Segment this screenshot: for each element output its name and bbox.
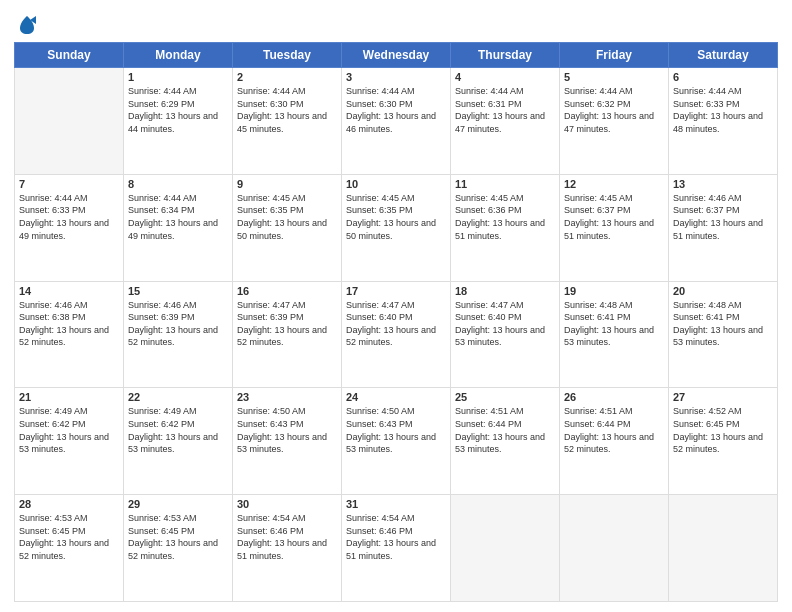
- header-sunday: Sunday: [15, 43, 124, 68]
- calendar-cell: 28Sunrise: 4:53 AM Sunset: 6:45 PM Dayli…: [15, 495, 124, 602]
- day-number: 7: [19, 178, 119, 190]
- day-info: Sunrise: 4:44 AM Sunset: 6:32 PM Dayligh…: [564, 85, 664, 135]
- calendar-cell: 22Sunrise: 4:49 AM Sunset: 6:42 PM Dayli…: [124, 388, 233, 495]
- day-number: 16: [237, 285, 337, 297]
- calendar-week-row: 28Sunrise: 4:53 AM Sunset: 6:45 PM Dayli…: [15, 495, 778, 602]
- day-number: 17: [346, 285, 446, 297]
- day-number: 28: [19, 498, 119, 510]
- header-saturday: Saturday: [669, 43, 778, 68]
- day-info: Sunrise: 4:50 AM Sunset: 6:43 PM Dayligh…: [346, 405, 446, 455]
- day-number: 13: [673, 178, 773, 190]
- day-info: Sunrise: 4:49 AM Sunset: 6:42 PM Dayligh…: [128, 405, 228, 455]
- calendar-cell: 4Sunrise: 4:44 AM Sunset: 6:31 PM Daylig…: [451, 68, 560, 175]
- calendar-cell: 16Sunrise: 4:47 AM Sunset: 6:39 PM Dayli…: [233, 281, 342, 388]
- day-info: Sunrise: 4:44 AM Sunset: 6:30 PM Dayligh…: [237, 85, 337, 135]
- calendar-cell: 9Sunrise: 4:45 AM Sunset: 6:35 PM Daylig…: [233, 174, 342, 281]
- calendar-cell: 21Sunrise: 4:49 AM Sunset: 6:42 PM Dayli…: [15, 388, 124, 495]
- calendar-week-row: 14Sunrise: 4:46 AM Sunset: 6:38 PM Dayli…: [15, 281, 778, 388]
- day-info: Sunrise: 4:44 AM Sunset: 6:29 PM Dayligh…: [128, 85, 228, 135]
- header-friday: Friday: [560, 43, 669, 68]
- calendar-cell: 23Sunrise: 4:50 AM Sunset: 6:43 PM Dayli…: [233, 388, 342, 495]
- header-wednesday: Wednesday: [342, 43, 451, 68]
- header-thursday: Thursday: [451, 43, 560, 68]
- day-info: Sunrise: 4:45 AM Sunset: 6:35 PM Dayligh…: [237, 192, 337, 242]
- day-info: Sunrise: 4:53 AM Sunset: 6:45 PM Dayligh…: [19, 512, 119, 562]
- calendar-cell: 7Sunrise: 4:44 AM Sunset: 6:33 PM Daylig…: [15, 174, 124, 281]
- day-info: Sunrise: 4:48 AM Sunset: 6:41 PM Dayligh…: [564, 299, 664, 349]
- calendar-cell: 30Sunrise: 4:54 AM Sunset: 6:46 PM Dayli…: [233, 495, 342, 602]
- calendar-cell: 14Sunrise: 4:46 AM Sunset: 6:38 PM Dayli…: [15, 281, 124, 388]
- calendar-cell: [451, 495, 560, 602]
- day-info: Sunrise: 4:52 AM Sunset: 6:45 PM Dayligh…: [673, 405, 773, 455]
- day-number: 18: [455, 285, 555, 297]
- calendar-cell: 17Sunrise: 4:47 AM Sunset: 6:40 PM Dayli…: [342, 281, 451, 388]
- day-info: Sunrise: 4:54 AM Sunset: 6:46 PM Dayligh…: [237, 512, 337, 562]
- calendar-cell: 11Sunrise: 4:45 AM Sunset: 6:36 PM Dayli…: [451, 174, 560, 281]
- day-info: Sunrise: 4:45 AM Sunset: 6:37 PM Dayligh…: [564, 192, 664, 242]
- day-info: Sunrise: 4:47 AM Sunset: 6:39 PM Dayligh…: [237, 299, 337, 349]
- day-info: Sunrise: 4:53 AM Sunset: 6:45 PM Dayligh…: [128, 512, 228, 562]
- day-number: 5: [564, 71, 664, 83]
- day-number: 6: [673, 71, 773, 83]
- calendar-cell: [560, 495, 669, 602]
- day-number: 1: [128, 71, 228, 83]
- day-number: 20: [673, 285, 773, 297]
- calendar-cell: 1Sunrise: 4:44 AM Sunset: 6:29 PM Daylig…: [124, 68, 233, 175]
- day-info: Sunrise: 4:45 AM Sunset: 6:35 PM Dayligh…: [346, 192, 446, 242]
- calendar-table: Sunday Monday Tuesday Wednesday Thursday…: [14, 42, 778, 602]
- day-info: Sunrise: 4:47 AM Sunset: 6:40 PM Dayligh…: [346, 299, 446, 349]
- calendar-cell: 2Sunrise: 4:44 AM Sunset: 6:30 PM Daylig…: [233, 68, 342, 175]
- calendar-cell: 6Sunrise: 4:44 AM Sunset: 6:33 PM Daylig…: [669, 68, 778, 175]
- day-info: Sunrise: 4:50 AM Sunset: 6:43 PM Dayligh…: [237, 405, 337, 455]
- calendar-cell: 12Sunrise: 4:45 AM Sunset: 6:37 PM Dayli…: [560, 174, 669, 281]
- day-number: 11: [455, 178, 555, 190]
- day-info: Sunrise: 4:49 AM Sunset: 6:42 PM Dayligh…: [19, 405, 119, 455]
- day-number: 29: [128, 498, 228, 510]
- day-info: Sunrise: 4:46 AM Sunset: 6:37 PM Dayligh…: [673, 192, 773, 242]
- day-info: Sunrise: 4:47 AM Sunset: 6:40 PM Dayligh…: [455, 299, 555, 349]
- calendar-header-row: Sunday Monday Tuesday Wednesday Thursday…: [15, 43, 778, 68]
- calendar-cell: 26Sunrise: 4:51 AM Sunset: 6:44 PM Dayli…: [560, 388, 669, 495]
- day-info: Sunrise: 4:51 AM Sunset: 6:44 PM Dayligh…: [564, 405, 664, 455]
- day-number: 14: [19, 285, 119, 297]
- calendar-cell: 20Sunrise: 4:48 AM Sunset: 6:41 PM Dayli…: [669, 281, 778, 388]
- calendar-cell: 31Sunrise: 4:54 AM Sunset: 6:46 PM Dayli…: [342, 495, 451, 602]
- calendar-cell: 25Sunrise: 4:51 AM Sunset: 6:44 PM Dayli…: [451, 388, 560, 495]
- day-number: 9: [237, 178, 337, 190]
- calendar-cell: 29Sunrise: 4:53 AM Sunset: 6:45 PM Dayli…: [124, 495, 233, 602]
- day-info: Sunrise: 4:46 AM Sunset: 6:39 PM Dayligh…: [128, 299, 228, 349]
- calendar-cell: [669, 495, 778, 602]
- calendar-cell: 5Sunrise: 4:44 AM Sunset: 6:32 PM Daylig…: [560, 68, 669, 175]
- day-number: 2: [237, 71, 337, 83]
- day-info: Sunrise: 4:44 AM Sunset: 6:34 PM Dayligh…: [128, 192, 228, 242]
- day-info: Sunrise: 4:44 AM Sunset: 6:30 PM Dayligh…: [346, 85, 446, 135]
- calendar-cell: 19Sunrise: 4:48 AM Sunset: 6:41 PM Dayli…: [560, 281, 669, 388]
- day-info: Sunrise: 4:46 AM Sunset: 6:38 PM Dayligh…: [19, 299, 119, 349]
- day-number: 19: [564, 285, 664, 297]
- calendar-cell: 13Sunrise: 4:46 AM Sunset: 6:37 PM Dayli…: [669, 174, 778, 281]
- day-info: Sunrise: 4:44 AM Sunset: 6:33 PM Dayligh…: [19, 192, 119, 242]
- logo-icon: [16, 14, 38, 36]
- day-info: Sunrise: 4:51 AM Sunset: 6:44 PM Dayligh…: [455, 405, 555, 455]
- day-number: 15: [128, 285, 228, 297]
- page: Sunday Monday Tuesday Wednesday Thursday…: [0, 0, 792, 612]
- day-info: Sunrise: 4:54 AM Sunset: 6:46 PM Dayligh…: [346, 512, 446, 562]
- calendar-week-row: 1Sunrise: 4:44 AM Sunset: 6:29 PM Daylig…: [15, 68, 778, 175]
- day-info: Sunrise: 4:44 AM Sunset: 6:33 PM Dayligh…: [673, 85, 773, 135]
- day-number: 22: [128, 391, 228, 403]
- day-number: 10: [346, 178, 446, 190]
- day-number: 24: [346, 391, 446, 403]
- day-number: 21: [19, 391, 119, 403]
- calendar-cell: 8Sunrise: 4:44 AM Sunset: 6:34 PM Daylig…: [124, 174, 233, 281]
- calendar-cell: 15Sunrise: 4:46 AM Sunset: 6:39 PM Dayli…: [124, 281, 233, 388]
- day-info: Sunrise: 4:44 AM Sunset: 6:31 PM Dayligh…: [455, 85, 555, 135]
- calendar-cell: 24Sunrise: 4:50 AM Sunset: 6:43 PM Dayli…: [342, 388, 451, 495]
- day-number: 3: [346, 71, 446, 83]
- day-number: 23: [237, 391, 337, 403]
- day-number: 27: [673, 391, 773, 403]
- day-number: 25: [455, 391, 555, 403]
- day-number: 4: [455, 71, 555, 83]
- calendar-cell: [15, 68, 124, 175]
- day-number: 8: [128, 178, 228, 190]
- calendar-cell: 27Sunrise: 4:52 AM Sunset: 6:45 PM Dayli…: [669, 388, 778, 495]
